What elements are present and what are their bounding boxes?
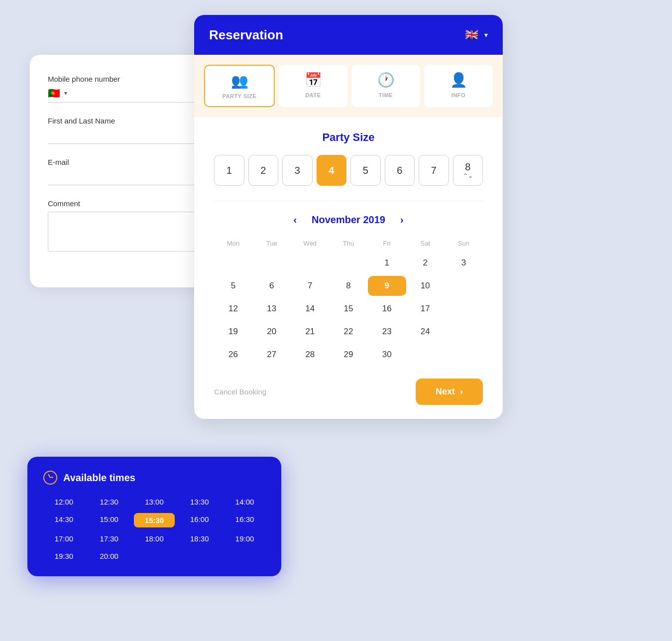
cal-day-3[interactable]: 3 [445, 253, 483, 273]
next-month-button[interactable]: › [395, 212, 409, 228]
time-slot-20-00[interactable]: 20:00 [89, 550, 130, 562]
party-size-4-button[interactable]: 4 [317, 155, 347, 186]
cal-day-9[interactable]: 9 [368, 276, 406, 296]
time-slot-13-30[interactable]: 13:30 [179, 496, 220, 508]
cal-day-10[interactable]: 10 [406, 276, 445, 296]
cal-day-21[interactable]: 21 [291, 322, 329, 342]
cal-day-8[interactable]: 8 [329, 276, 367, 296]
step-icon-0: 👥 [231, 73, 248, 89]
party-size-title: Party Size [214, 131, 483, 144]
cal-day-7[interactable]: 7 [291, 276, 329, 296]
time-slot-17-00[interactable]: 17:00 [43, 532, 85, 545]
party-size-2-button[interactable]: 2 [248, 155, 279, 186]
cal-day-23[interactable]: 23 [368, 322, 406, 342]
divider [214, 201, 483, 201]
party-size-1-button[interactable]: 1 [214, 155, 244, 186]
calendar-grid: MonTueWedThuFriSatSun1235678910121314151… [214, 237, 483, 368]
clock-icon [43, 471, 57, 485]
cal-day-1[interactable]: 1 [368, 253, 406, 273]
reservation-footer: Cancel Booking Next › [194, 368, 503, 419]
cal-day-26[interactable]: 26 [214, 345, 252, 365]
time-slot-12-30[interactable]: 12:30 [89, 496, 130, 508]
step-info[interactable]: 👤 INFO [424, 65, 493, 107]
step-label-3: INFO [451, 92, 465, 98]
time-slot-17-30[interactable]: 17:30 [89, 532, 130, 545]
step-label-1: DATE [305, 92, 321, 98]
time-slot-19-00[interactable]: 19:00 [224, 532, 265, 545]
step-party-size[interactable]: 👥 PARTY SIZE [204, 65, 275, 107]
cal-day-20[interactable]: 20 [252, 322, 291, 342]
time-slot-16-30[interactable]: 16:30 [224, 513, 265, 527]
cal-header-mon: Mon [214, 240, 252, 250]
cal-day-28[interactable]: 28 [291, 345, 329, 365]
step-label-2: TIME [379, 92, 393, 98]
cal-day-6[interactable]: 6 [252, 276, 291, 296]
step-time[interactable]: 🕐 TIME [351, 65, 420, 107]
time-slot-14-00[interactable]: 14:00 [224, 496, 265, 508]
language-selector[interactable]: 🇬🇧 ▾ [462, 26, 488, 44]
cal-day-17[interactable]: 17 [406, 299, 445, 319]
cal-header-tue: Tue [252, 240, 291, 250]
portugal-flag: 🇵🇹 [48, 87, 60, 99]
party-size-7-button[interactable]: 7 [419, 155, 449, 186]
phone-chevron[interactable]: ▾ [64, 90, 67, 97]
time-slot-19-30[interactable]: 19:30 [43, 550, 85, 562]
cal-header-sat: Sat [406, 240, 445, 250]
cal-day-30[interactable]: 30 [368, 345, 406, 365]
step-icon-1: 📅 [305, 72, 322, 88]
cal-day-22[interactable]: 22 [329, 322, 367, 342]
lang-chevron-icon: ▾ [484, 31, 488, 39]
steps-bar: 👥 PARTY SIZE 📅 DATE 🕐 TIME 👤 INFO [194, 55, 503, 117]
cal-header-fri: Fri [368, 240, 406, 250]
time-slot-13-00[interactable]: 13:00 [134, 496, 175, 508]
next-arrow-icon: › [460, 386, 463, 397]
cal-day-14[interactable]: 14 [291, 299, 329, 319]
reservation-body: Party Size 12345678⌃⌄ ‹ November 2019 › … [194, 117, 503, 368]
next-button[interactable]: Next › [416, 379, 483, 405]
party-size-3-button[interactable]: 3 [282, 155, 313, 186]
time-slot-16-00[interactable]: 16:00 [179, 513, 220, 527]
time-slot-15-00[interactable]: 15:00 [89, 513, 130, 527]
cal-day-27[interactable]: 27 [252, 345, 291, 365]
time-slot-18-00[interactable]: 18:00 [134, 532, 175, 545]
cal-day-5[interactable]: 5 [214, 276, 252, 296]
party-size-more-button[interactable]: 8⌃⌄ [453, 155, 483, 186]
prev-month-button[interactable]: ‹ [288, 212, 302, 228]
cal-header-sun: Sun [445, 240, 483, 250]
cal-day-16[interactable]: 16 [368, 299, 406, 319]
time-slot-18-30[interactable]: 18:30 [179, 532, 220, 545]
calendar-month: November 2019 [312, 214, 385, 226]
party-size-row: 12345678⌃⌄ [214, 155, 483, 186]
uk-flag: 🇬🇧 [462, 26, 480, 44]
available-times-title: Available times [63, 472, 135, 484]
times-grid: 12:0012:3013:0013:3014:0014:3015:0015:30… [43, 496, 265, 562]
time-slot-15-30[interactable]: 15:30 [134, 513, 175, 527]
next-label: Next [436, 386, 455, 397]
available-times-header: Available times [43, 471, 265, 485]
calendar-nav: ‹ November 2019 › [214, 212, 483, 228]
cancel-booking-button[interactable]: Cancel Booking [214, 387, 266, 396]
reservation-card: Reservation 🇬🇧 ▾ 👥 PARTY SIZE 📅 DATE 🕐 T… [194, 15, 503, 419]
reservation-header: Reservation 🇬🇧 ▾ [194, 15, 503, 55]
reservation-title: Reservation [209, 27, 283, 43]
cal-day-13[interactable]: 13 [252, 299, 291, 319]
step-label-0: PARTY SIZE [223, 93, 257, 99]
step-icon-3: 👤 [450, 72, 467, 88]
party-size-5-button[interactable]: 5 [350, 155, 381, 186]
cal-day-15[interactable]: 15 [329, 299, 367, 319]
cal-day-29[interactable]: 29 [329, 345, 367, 365]
cal-day-24[interactable]: 24 [406, 322, 445, 342]
party-size-6-button[interactable]: 6 [385, 155, 415, 186]
time-slot-14-30[interactable]: 14:30 [43, 513, 85, 527]
cal-day-19[interactable]: 19 [214, 322, 252, 342]
time-slot-12-00[interactable]: 12:00 [43, 496, 85, 508]
cal-day-12[interactable]: 12 [214, 299, 252, 319]
cal-header-thu: Thu [329, 240, 367, 250]
available-times-card: Available times 12:0012:3013:0013:3014:0… [27, 457, 281, 576]
step-icon-2: 🕐 [377, 72, 395, 88]
cal-day-2[interactable]: 2 [406, 253, 445, 273]
step-date[interactable]: 📅 DATE [279, 65, 347, 107]
cal-header-wed: Wed [291, 240, 329, 250]
